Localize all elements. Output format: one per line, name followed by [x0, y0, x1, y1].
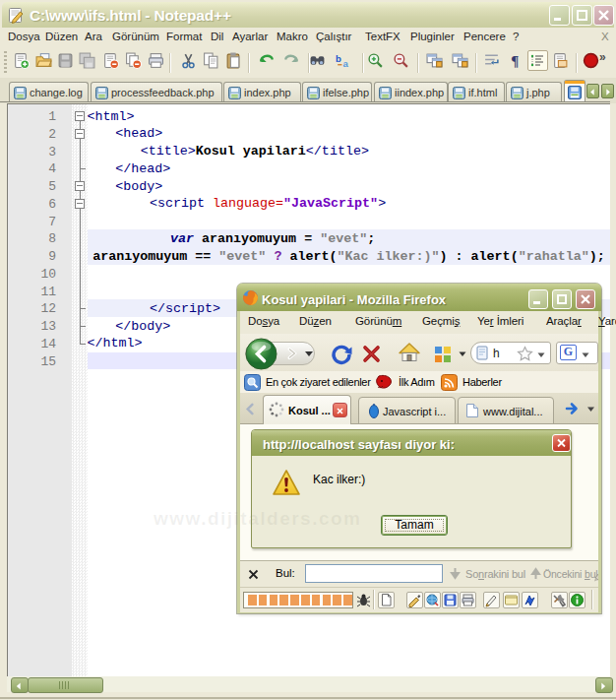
svg-text:¶: ¶: [511, 53, 519, 69]
svg-text:b: b: [336, 53, 341, 64]
svg-text:a: a: [343, 58, 349, 69]
